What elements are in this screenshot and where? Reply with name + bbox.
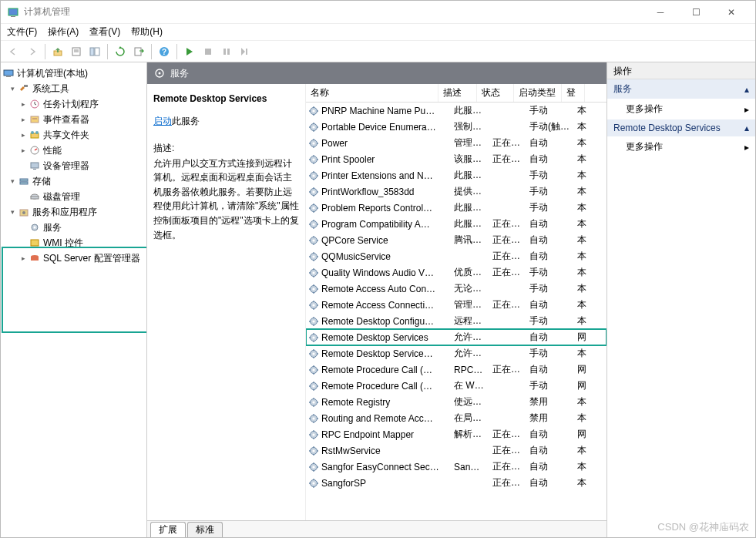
svg-rect-12 [223, 49, 226, 55]
service-row[interactable]: Print Spooler该服…正在…自动本 [306, 151, 606, 167]
tree-shared-folders[interactable]: 共享文件夹 [1, 127, 146, 143]
svg-point-125 [312, 336, 314, 338]
service-row[interactable]: Remote Desktop Service…允许…手动本 [306, 345, 606, 361]
service-row[interactable]: Portable Device Enumera…强制…手动(触发…本 [306, 119, 606, 135]
svg-point-113 [312, 304, 314, 306]
svg-point-65 [312, 174, 314, 177]
col-desc[interactable]: 描述 [438, 84, 477, 102]
menu-file[interactable]: 文件(F) [7, 25, 37, 39]
services-list[interactable]: PNRP Machine Name Pu…此服…手动本Portable Devi… [306, 103, 606, 520]
show-hide-button[interactable] [86, 43, 103, 60]
tree-sqlserver[interactable]: SQL Server 配置管理器 [1, 251, 146, 266]
svg-point-83 [312, 223, 314, 225]
svg-point-137 [312, 368, 314, 371]
refresh-button[interactable] [112, 43, 129, 60]
svg-point-107 [312, 287, 314, 290]
nav-tree[interactable]: 计算机管理(本地) 系统工具 任务计划程序 事件查看器 共享文件夹 性能 设备管… [1, 62, 147, 537]
tree-root[interactable]: 计算机管理(本地) [1, 66, 146, 81]
service-row[interactable]: Remote Desktop Configu…远程…手动本 [306, 313, 606, 329]
content: 计算机管理(本地) 系统工具 任务计划程序 事件查看器 共享文件夹 性能 设备管… [1, 62, 755, 537]
start-link[interactable]: 启动 [153, 116, 172, 126]
collapse-icon: ▴ [744, 84, 749, 95]
svg-point-89 [312, 239, 314, 241]
gear-icon [307, 380, 320, 392]
pause-button [218, 43, 235, 60]
gear-icon [153, 67, 166, 79]
service-row[interactable]: QQMusicService正在…自动本 [306, 248, 606, 264]
actions-more-1[interactable]: 更多操作▸ [607, 99, 755, 119]
service-row[interactable]: Program Compatibility A…此服…正在…自动本 [306, 216, 606, 232]
svg-rect-37 [31, 257, 39, 261]
svg-point-22 [31, 131, 34, 134]
svg-point-95 [312, 255, 314, 257]
service-row[interactable]: Quality Windows Audio V…优质…正在…手动本 [306, 264, 606, 281]
svg-point-23 [35, 131, 39, 134]
col-start[interactable]: 启动类型 [514, 84, 562, 102]
tree-event-viewer[interactable]: 事件查看器 [1, 112, 146, 127]
col-state[interactable]: 状态 [477, 84, 514, 102]
tree-services[interactable]: 服务 [1, 220, 146, 235]
menu-help[interactable]: 帮助(H) [131, 25, 163, 39]
minimize-button[interactable]: ─ [643, 1, 678, 24]
tree-systools[interactable]: 系统工具 [1, 81, 146, 96]
svg-point-161 [312, 433, 314, 435]
restart-button [237, 43, 254, 60]
detail-desc: 允许用户以交互方式连接到远程计算机。远程桌面和远程桌面会话主机服务器依赖此服务。… [153, 156, 299, 243]
maximize-button[interactable]: ☐ [678, 1, 714, 24]
tab-extended[interactable]: 扩展 [150, 522, 186, 537]
help-button[interactable]: ? [156, 43, 173, 60]
tree-wmi[interactable]: WMI 控件 [1, 235, 146, 251]
toolbar: ? [1, 41, 755, 62]
svg-point-39 [159, 72, 161, 75]
service-row[interactable]: Sangfor EasyConnect Sec…San…正在…自动本 [306, 459, 606, 475]
col-name[interactable]: 名称 [306, 84, 438, 102]
col-logon[interactable]: 登 [562, 84, 585, 102]
service-row[interactable]: Remote Access Connecti…管理…正在…自动本 [306, 297, 606, 313]
service-row[interactable]: PrintWorkflow_3583dd提供…手动本 [306, 183, 606, 200]
window-title: 计算机管理 [24, 5, 643, 18]
menu-action[interactable]: 操作(A) [48, 25, 79, 39]
export-button[interactable] [130, 43, 147, 60]
service-row[interactable]: QPCore Service腾讯…正在…自动本 [306, 232, 606, 248]
stop-button [200, 43, 217, 60]
svg-rect-27 [20, 179, 28, 181]
actions-section-services[interactable]: 服务▴ [607, 79, 755, 99]
service-row[interactable]: Remote Registry使远…禁用本 [306, 394, 606, 410]
service-row[interactable]: Remote Access Auto Con…无论…手动本 [306, 281, 606, 297]
gear-icon [307, 170, 320, 182]
service-row[interactable]: Remote Procedure Call (…在 W…手动网 [306, 378, 606, 394]
column-headers[interactable]: 名称 描述 状态 启动类型 登 [306, 84, 606, 103]
tree-svc-apps[interactable]: 服务和应用程序 [1, 204, 146, 220]
tree-disk-mgmt[interactable]: 磁盘管理 [1, 189, 146, 204]
svg-point-143 [312, 385, 314, 387]
service-row[interactable]: PNRP Machine Name Pu…此服…手动本 [306, 103, 606, 119]
actions-section-rds[interactable]: Remote Desktop Services▴ [607, 119, 755, 136]
service-row[interactable]: Power管理…正在…自动本 [306, 135, 606, 151]
tree-performance[interactable]: 性能 [1, 143, 146, 158]
service-row[interactable]: Problem Reports Control…此服…手动本 [306, 200, 606, 216]
gear-icon [307, 137, 320, 150]
service-row[interactable]: SangforSP正在…自动本 [306, 475, 606, 491]
tree-task-scheduler[interactable]: 任务计划程序 [1, 96, 146, 112]
gear-icon [307, 445, 320, 457]
service-row[interactable]: Printer Extensions and N…此服…手动本 [306, 167, 606, 183]
actions-header: 操作 [607, 62, 755, 79]
service-row[interactable]: RstMwService正在…自动本 [306, 442, 606, 459]
close-button[interactable]: ✕ [714, 1, 749, 24]
service-detail-panel: Remote Desktop Services 启动此服务 描述: 允许用户以交… [147, 84, 306, 520]
tree-device-mgr[interactable]: 设备管理器 [1, 158, 146, 173]
detail-title: Remote Desktop Services [153, 92, 299, 106]
service-row[interactable]: Remote Desktop Services允许…自动网 [306, 329, 606, 345]
menu-view[interactable]: 查看(V) [89, 25, 120, 39]
tab-standard[interactable]: 标准 [187, 522, 223, 537]
svg-rect-25 [31, 163, 39, 168]
service-row[interactable]: RPC Endpoint Mapper解析…正在…自动网 [306, 426, 606, 442]
up-button[interactable] [49, 43, 66, 60]
actions-more-2[interactable]: 更多操作▸ [607, 136, 755, 157]
tree-storage[interactable]: 存储 [1, 173, 146, 189]
service-row[interactable]: Remote Procedure Call (…RPC…正在…自动网 [306, 361, 606, 378]
properties-button[interactable] [68, 43, 85, 60]
play-button[interactable] [181, 43, 198, 60]
gear-icon [307, 283, 320, 295]
service-row[interactable]: Routing and Remote Acc…在局…禁用本 [306, 410, 606, 426]
